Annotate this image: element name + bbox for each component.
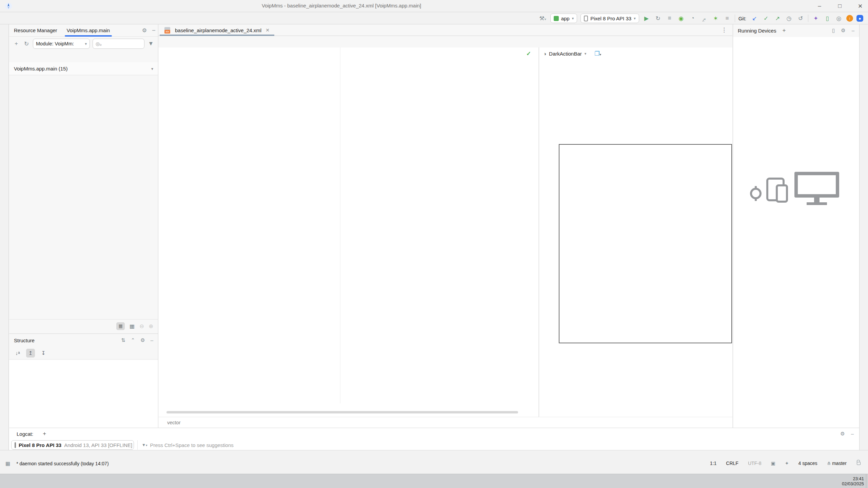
theme-icon: ◑	[543, 51, 546, 57]
list-view-icon[interactable]: ≣	[116, 322, 125, 330]
tab-voipmms-app-main[interactable]: VoipMms.app.main	[62, 24, 115, 37]
hide-panel-icon[interactable]: –	[152, 27, 155, 34]
window-title: VoipMms - baseline_airplanemode_active_2…	[262, 3, 421, 8]
gemini-icon[interactable]: ✦	[812, 15, 820, 22]
airplane-preview-image	[564, 158, 727, 328]
git-history-icon[interactable]: ◷	[785, 15, 793, 22]
resource-search-input[interactable]: ◎ₒ	[93, 39, 144, 49]
file-encoding[interactable]: UTF-8	[748, 461, 762, 466]
caret-position[interactable]: 1:1	[710, 461, 716, 466]
design-config-bar: ◑ DarkActionBar ▾ ❐▾	[539, 47, 732, 60]
hide-panel-icon[interactable]: –	[852, 27, 854, 34]
save-icon: ▣	[771, 461, 775, 466]
apply-code-changes-button[interactable]: ≡	[666, 15, 674, 22]
resource-group-header[interactable]: VoipMms.app.main (15) ▾	[9, 62, 158, 75]
attach-debugger-button[interactable]: ⁁▾	[700, 15, 708, 22]
code-editor[interactable]: ✓	[158, 47, 538, 417]
debug-button[interactable]: ◉	[677, 15, 685, 22]
navigation-toolbar-row: ⚒▾ app ▾ Pixel 8 Pro API 33 ▾ ▶ ↻ ≡ ◉ ◔ …	[0, 12, 868, 24]
gear-icon[interactable]: ⚙	[142, 27, 147, 34]
editor-options-kebab-icon[interactable]: ⋮	[721, 26, 727, 34]
apply-changes-button[interactable]: ↻	[654, 15, 662, 22]
layout-toggle-icon[interactable]: ▦	[5, 461, 10, 467]
run-configuration-select[interactable]: app ▾	[550, 14, 577, 23]
gear-icon[interactable]: ⚙	[140, 337, 145, 343]
horizontal-scrollbar[interactable]	[166, 411, 518, 413]
editor-breadcrumb-item[interactable]: vector	[167, 420, 181, 425]
line-ending[interactable]: CRLF	[726, 461, 738, 466]
show-desktop-button[interactable]	[866, 474, 868, 488]
git-branch-widget[interactable]: ⋔ master	[827, 461, 847, 466]
hide-panel-icon[interactable]: –	[851, 431, 854, 437]
logcat-device-select[interactable]: Pixel 8 Pro API 33 Android 13, API 33 [O…	[11, 440, 134, 450]
tab-resource-manager[interactable]: Resource Manager	[9, 24, 62, 37]
resource-group-label: VoipMms.app.main (15)	[14, 66, 67, 72]
run-button[interactable]: ▶	[643, 15, 651, 22]
running-devices-title: Running Devices	[738, 28, 776, 34]
maximize-icon[interactable]: □	[835, 3, 844, 9]
stop-button[interactable]: ■	[723, 15, 731, 22]
update-available-icon[interactable]: ↑	[846, 15, 853, 22]
taskbar-clock[interactable]: 23:41 02/03/2025	[842, 476, 864, 486]
android-studio-window: VoipMms - baseline_airplanemode_active_2…	[0, 0, 868, 488]
sort-alphabetically-icon[interactable]: ↓ᵃ	[13, 349, 22, 358]
refresh-icon[interactable]: ↻	[23, 40, 30, 47]
indent-setting[interactable]: 4 spaces	[798, 461, 817, 466]
layers-icon[interactable]: ❐▾	[594, 50, 601, 57]
device-select[interactable]: Pixel 8 Pro API 33 ▾	[580, 14, 639, 23]
gear-icon[interactable]: ⚙	[840, 431, 845, 437]
minimize-icon[interactable]: –	[815, 3, 824, 9]
scroll-to-source-icon[interactable]: ↧	[39, 349, 48, 358]
close-icon[interactable]: ✕	[856, 3, 865, 10]
inspection-ok-icon[interactable]: ✓	[526, 50, 531, 57]
editor-tab[interactable]: baseline_airplanemode_active_24.xml ✕	[160, 24, 274, 36]
device-label: Pixel 8 Pro API 33	[590, 16, 631, 21]
logcat-filter-input[interactable]: ▼▾ Press Ctrl+Space to see suggestions	[137, 440, 859, 450]
git-commit-button[interactable]: ✓	[762, 15, 770, 22]
profiler-button[interactable]: ◔	[689, 15, 697, 22]
lock-icon[interactable]	[857, 462, 861, 465]
new-logcat-tab-button[interactable]: +	[43, 430, 46, 437]
sparkle-icon[interactable]: ✦	[785, 461, 789, 466]
git-rollback-icon[interactable]: ↺	[796, 15, 805, 22]
main-toolbar: ⚒▾ app ▾ Pixel 8 Pro API 33 ▾ ▶ ↻ ≡ ◉ ◔ …	[539, 12, 863, 24]
logcat-toolbar: Pixel 8 Pro API 33 Android 13, API 33 [O…	[9, 440, 859, 450]
device-mirror-icon[interactable]: ▯	[823, 15, 831, 22]
resource-panel-toolbar: + ↻ Module: VoipMm: ▾ ◎ₒ ▼	[9, 37, 158, 51]
resource-category-tabs	[9, 51, 158, 62]
git-push-button[interactable]: ↗	[773, 15, 782, 22]
zoom-in-icon[interactable]: ⊕	[149, 323, 153, 329]
resource-panel-tabs: Resource Manager VoipMms.app.main ⚙ –	[9, 24, 158, 37]
collapse-all-icon[interactable]: ⌃	[131, 337, 135, 343]
user-profile-icon[interactable]: ●	[856, 15, 863, 22]
clock-date: 02/03/2025	[842, 481, 864, 486]
structure-toolbar: ↓ᵃ ↥ ↧	[9, 347, 158, 360]
expand-all-icon[interactable]: ⇅	[121, 337, 125, 343]
profile-app-button[interactable]: ✶	[712, 15, 720, 22]
running-devices-body	[733, 37, 859, 428]
git-update-button[interactable]: ↙	[750, 15, 758, 22]
hide-panel-icon[interactable]: –	[151, 337, 153, 343]
filter-icon[interactable]: ▼	[147, 40, 155, 47]
scroll-from-source-icon[interactable]: ↥	[26, 349, 35, 358]
drawable-preview-canvas[interactable]	[559, 144, 732, 343]
logcat-device-detail: Android 13, API 33 [OFFLINE]	[64, 442, 132, 448]
float-window-icon[interactable]: ▯	[832, 27, 835, 34]
close-tab-icon[interactable]: ✕	[265, 27, 270, 33]
logcat-device-name: Pixel 8 Pro API 33	[19, 442, 61, 448]
structure-tree	[9, 360, 158, 428]
gear-icon[interactable]: ⚙	[841, 27, 845, 34]
build-hammer-icon[interactable]: ⚒▾	[539, 15, 547, 22]
search-everywhere-icon[interactable]: ◎	[835, 15, 843, 22]
grid-view-icon[interactable]: ▦	[130, 323, 135, 329]
add-device-button[interactable]: +	[782, 27, 786, 34]
module-select[interactable]: Module: VoipMm: ▾	[33, 39, 90, 49]
devices-illustration	[747, 169, 845, 206]
theme-selector[interactable]: DarkActionBar	[549, 51, 582, 57]
chevron-down-icon: ▾	[85, 42, 87, 46]
tool-window-bar	[0, 450, 868, 459]
zoom-out-icon[interactable]: ⊖	[139, 323, 144, 329]
run-configuration-label: app	[561, 16, 570, 21]
add-resource-button[interactable]: +	[13, 40, 20, 47]
device-phone-icon	[584, 16, 588, 21]
